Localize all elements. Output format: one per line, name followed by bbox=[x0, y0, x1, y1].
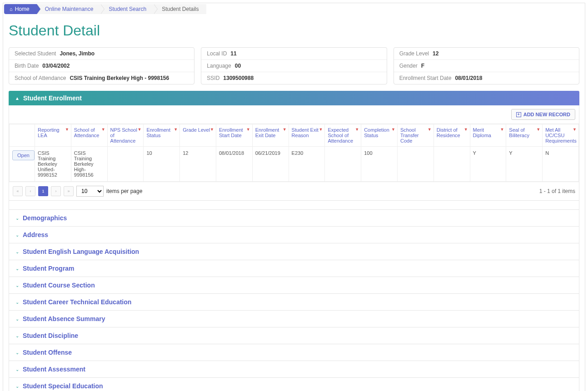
info-item: GenderF bbox=[394, 60, 579, 72]
column-header[interactable]: Completion Status▼ bbox=[361, 124, 398, 147]
chevron-up-icon: ▲ bbox=[15, 96, 20, 101]
filter-icon[interactable]: ▼ bbox=[573, 127, 577, 132]
plus-icon: + bbox=[516, 112, 521, 117]
info-value: 12 bbox=[433, 50, 439, 57]
chevron-down-icon: ⌄ bbox=[15, 317, 19, 322]
open-button[interactable]: Open bbox=[12, 150, 35, 160]
column-header[interactable]: School of Attendance▼ bbox=[71, 124, 107, 147]
filter-icon[interactable]: ▼ bbox=[101, 127, 105, 132]
add-new-record-button[interactable]: + ADD NEW RECORD bbox=[511, 109, 575, 120]
filter-icon[interactable]: ▼ bbox=[500, 127, 504, 132]
enrollment-table: Reporting LEA▼School of Attendance▼NPS S… bbox=[9, 124, 579, 182]
column-header[interactable]: Reporting LEA▼ bbox=[35, 124, 71, 147]
accordion-item[interactable]: ⌄Student Offense bbox=[9, 344, 579, 361]
breadcrumb-item[interactable]: Student Search bbox=[100, 4, 154, 14]
filter-icon[interactable]: ▼ bbox=[65, 127, 69, 132]
pager-last-button[interactable]: » bbox=[64, 186, 74, 196]
column-header[interactable]: Expected School of Attendance▼ bbox=[325, 124, 361, 147]
filter-icon[interactable]: ▼ bbox=[174, 127, 178, 132]
section-title: Student Enrollment bbox=[23, 94, 82, 102]
column-label: Merit Diploma bbox=[473, 127, 491, 138]
column-label: Expected School of Attendance bbox=[328, 127, 353, 144]
accordion-item[interactable]: ⌄Student Special Education bbox=[9, 378, 579, 391]
column-header[interactable]: Enrollment Start Date▼ bbox=[216, 124, 252, 147]
accordion-item[interactable]: ⌄Student Program bbox=[9, 260, 579, 277]
breadcrumb-item[interactable]: ⌂Home bbox=[4, 4, 37, 14]
table-cell: 06/21/2019 bbox=[252, 147, 289, 182]
column-header[interactable]: Enrollment Exit Date▼ bbox=[252, 124, 289, 147]
pager-page-1-button[interactable]: 1 bbox=[38, 186, 48, 196]
filter-icon[interactable]: ▼ bbox=[428, 127, 432, 132]
info-box-3: Grade Level12GenderFEnrollment Start Dat… bbox=[394, 47, 579, 84]
accordion-item[interactable]: ⌄Student Absence Summary bbox=[9, 311, 579, 327]
pager-per-page-label: items per page bbox=[106, 188, 142, 194]
pager-next-button[interactable]: › bbox=[51, 186, 61, 196]
column-header[interactable]: Merit Diploma▼ bbox=[470, 124, 506, 147]
column-header[interactable]: Grade Level▼ bbox=[180, 124, 216, 147]
accordion-label: Student Special Education bbox=[23, 382, 103, 390]
column-label: Met All UC/CSU Requirements bbox=[545, 127, 576, 144]
chevron-down-icon: ⌄ bbox=[15, 216, 19, 221]
filter-icon[interactable]: ▼ bbox=[137, 127, 141, 132]
info-item: SSID1309500988 bbox=[201, 72, 386, 84]
info-label: School of Attendance bbox=[15, 75, 66, 81]
pager-prev-button[interactable]: ‹ bbox=[25, 186, 35, 196]
column-header[interactable]: Met All UC/CSU Requirements▼ bbox=[543, 124, 579, 147]
column-label: Enrollment Exit Date bbox=[255, 127, 279, 138]
filter-icon[interactable]: ▼ bbox=[246, 127, 250, 132]
info-box-1: Selected StudentJones, JimboBirth Date03… bbox=[9, 47, 194, 84]
accordion-item[interactable]: ⌄Demographics bbox=[9, 210, 579, 227]
table-cell: Y bbox=[470, 147, 506, 182]
column-header[interactable]: District of Residence▼ bbox=[434, 124, 470, 147]
pager-summary: 1 - 1 of 1 items bbox=[539, 188, 575, 194]
info-value: 1309500988 bbox=[223, 75, 254, 81]
column-header[interactable]: Student Exit Reason▼ bbox=[289, 124, 325, 147]
filter-icon[interactable]: ▼ bbox=[536, 127, 540, 132]
accordion-item[interactable]: ⌄Student Assessment bbox=[9, 361, 579, 378]
column-header[interactable]: NPS School of Attendance▼ bbox=[107, 124, 144, 147]
table-cell: E230 bbox=[289, 147, 325, 182]
column-header[interactable]: Seal of Biliteracy▼ bbox=[506, 124, 543, 147]
column-label: Completion Status bbox=[364, 127, 389, 138]
column-header[interactable]: School Transfer Code▼ bbox=[397, 124, 434, 147]
accordion-item[interactable]: ⌄Student Career Technical Education bbox=[9, 294, 579, 311]
breadcrumb: ⌂HomeOnline MaintenanceStudent SearchStu… bbox=[4, 4, 584, 14]
accordion-item[interactable]: ⌄Student English Language Acquisition bbox=[9, 243, 579, 260]
column-label: Enrollment Start Date bbox=[219, 127, 243, 138]
add-button-label: ADD NEW RECORD bbox=[523, 112, 570, 117]
filter-icon[interactable]: ▼ bbox=[283, 127, 287, 132]
chevron-down-icon: ⌄ bbox=[15, 333, 19, 338]
info-value: 08/01/2018 bbox=[455, 75, 482, 81]
filter-icon[interactable]: ▼ bbox=[210, 127, 214, 132]
table-cell: 100 bbox=[361, 147, 398, 182]
filter-icon[interactable]: ▼ bbox=[319, 127, 323, 132]
filter-icon[interactable]: ▼ bbox=[355, 127, 359, 132]
info-value: CSIS Training Berkeley High - 9998156 bbox=[70, 75, 169, 81]
info-value: Jones, Jimbo bbox=[60, 50, 95, 57]
breadcrumb-item[interactable]: Online Maintenance bbox=[37, 4, 101, 14]
column-action bbox=[10, 124, 35, 147]
column-header[interactable]: Enrollment Status▼ bbox=[144, 124, 180, 147]
breadcrumb-label: Student Details bbox=[162, 6, 199, 12]
accordion-item[interactable]: ⌄Student Discipline bbox=[9, 327, 579, 344]
column-label: School Transfer Code bbox=[400, 127, 419, 144]
accordion-item[interactable]: ⌄Address bbox=[9, 227, 579, 243]
chevron-down-icon: ⌄ bbox=[15, 367, 19, 372]
filter-icon[interactable]: ▼ bbox=[464, 127, 468, 132]
pager-page-size-select[interactable]: 10 bbox=[76, 186, 104, 197]
info-label: Enrollment Start Date bbox=[399, 75, 452, 81]
column-label: Reporting LEA bbox=[38, 127, 60, 138]
breadcrumb-item: Student Details bbox=[154, 4, 206, 14]
pager-first-button[interactable]: « bbox=[13, 186, 23, 196]
column-label: Seal of Biliteracy bbox=[509, 127, 529, 138]
section-student-enrollment[interactable]: ▲ Student Enrollment bbox=[9, 91, 579, 105]
table-cell: 10 bbox=[144, 147, 180, 182]
pager: « ‹ 1 › » 10 items per page 1 - 1 of 1 i… bbox=[9, 182, 579, 200]
accordion-label: Address bbox=[23, 231, 48, 238]
info-value: 03/04/2002 bbox=[42, 63, 70, 69]
filter-icon[interactable]: ▼ bbox=[391, 127, 395, 132]
accordion-item[interactable]: ⌄Student Course Section bbox=[9, 277, 579, 294]
table-cell: 08/01/2018 bbox=[216, 147, 252, 182]
info-item: Enrollment Start Date08/01/2018 bbox=[394, 72, 579, 84]
table-cell: Y bbox=[506, 147, 543, 182]
